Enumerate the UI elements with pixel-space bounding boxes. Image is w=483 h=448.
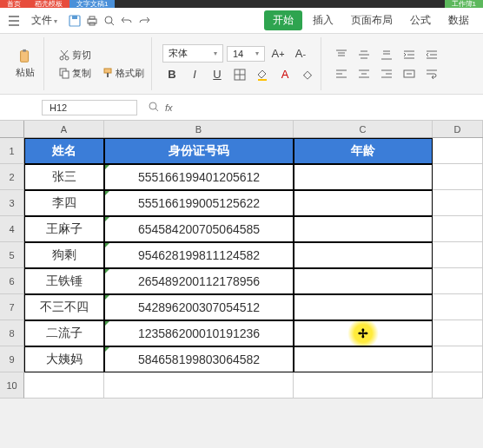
header-id[interactable]: 身份证号码 [104,138,294,164]
row-header[interactable]: 8 [0,320,24,346]
paste-button[interactable]: 粘贴 [10,45,40,82]
cell-age[interactable] [294,294,433,320]
align-left-icon[interactable] [332,65,351,82]
row-header[interactable]: 4 [0,216,24,242]
align-top-icon[interactable] [332,46,351,63]
cell-age[interactable] [294,164,433,190]
italic-button[interactable]: I [185,65,204,84]
cell-name[interactable]: 王麻子 [24,216,104,242]
name-box[interactable]: H12 [42,100,137,115]
row-header[interactable]: 9 [0,346,24,372]
col-header-c[interactable]: C [294,121,433,137]
align-right-icon[interactable] [377,65,396,82]
menu-file[interactable]: 文件▾ [24,10,64,31]
cell-empty[interactable] [433,320,483,346]
cell-empty[interactable] [433,138,483,164]
cell-empty[interactable] [433,268,483,294]
cell-name[interactable]: 二流子 [24,320,104,346]
row-header[interactable]: 6 [0,268,24,294]
row-header[interactable]: 1 [0,138,24,164]
underline-button[interactable]: U [208,65,227,84]
header-name[interactable]: 姓名 [24,138,104,164]
cell-id[interactable]: 542896200307054512 [104,294,294,320]
cell-name[interactable]: 李四 [24,190,104,216]
col-header-b[interactable]: B [104,121,294,137]
cell-empty[interactable] [294,372,433,399]
svg-point-5 [105,16,112,23]
print-icon[interactable] [85,14,99,28]
decrease-font-icon[interactable]: A- [291,44,310,63]
preview-icon[interactable] [103,14,116,28]
wrap-text-icon[interactable] [422,65,441,82]
cell-name[interactable]: 狗剩 [24,242,104,268]
indent-increase-icon[interactable] [400,46,419,63]
cell-id[interactable]: 123586200010191236 [104,320,294,346]
save-icon[interactable] [68,14,82,28]
align-center-icon[interactable] [354,65,374,82]
select-all-corner[interactable] [0,121,24,137]
cell-empty[interactable] [433,294,483,320]
cell-age[interactable] [294,242,433,268]
cell-age[interactable] [294,190,433,216]
cursor-highlight [347,320,379,346]
cell-id[interactable]: 265489200112178956 [104,268,294,294]
align-bottom-icon[interactable] [377,46,396,63]
menu-start[interactable]: 开始 [264,10,302,30]
redo-icon[interactable] [137,14,151,28]
fill-color-button[interactable] [253,65,272,84]
format-painter-button[interactable]: 格式刷 [98,65,148,82]
border-button[interactable] [230,65,249,84]
cell-empty[interactable] [433,216,483,242]
cell-id[interactable]: 584658199803064582 [104,346,294,372]
cell-name[interactable]: 王铁锤 [24,268,104,294]
tab-workbook[interactable]: 工作簿1 [445,0,483,8]
tab-doc1[interactable]: 文字文稿1 [69,0,115,8]
cell-empty[interactable] [433,242,483,268]
tab-home[interactable]: 首页 [0,0,28,8]
cell-name[interactable]: 大姨妈 [24,346,104,372]
cell-empty[interactable] [104,372,294,399]
col-header-a[interactable]: A [24,121,104,137]
cell-empty[interactable] [433,190,483,216]
cell-name[interactable]: 张三 [24,164,104,190]
cell-age[interactable] [294,346,433,372]
menu-formula[interactable]: 公式 [403,10,438,31]
cut-button[interactable]: 剪切 [55,47,148,63]
cell-id[interactable]: 654584200705064585 [104,216,294,242]
row-header[interactable]: 10 [0,372,24,399]
increase-font-icon[interactable]: A+ [268,44,288,63]
cell-empty[interactable] [433,372,483,399]
cell-empty[interactable] [24,372,104,399]
cell-id[interactable]: 954628199811124582 [104,242,294,268]
cell-age[interactable] [294,216,433,242]
tab-docer[interactable]: 稻壳模板 [28,0,69,8]
cell-age[interactable]: ✢ [294,320,433,346]
row-header[interactable]: 7 [0,294,24,320]
menu-insert[interactable]: 插入 [306,10,341,31]
row-header[interactable]: 5 [0,242,24,268]
font-size-select[interactable]: 14▾ [227,46,265,62]
align-middle-icon[interactable] [354,46,374,63]
merge-cells-icon[interactable] [400,65,419,82]
cell-id[interactable]: 555166199005125622 [104,190,294,216]
cell-empty[interactable] [433,164,483,190]
row-header[interactable]: 2 [0,164,24,190]
bold-button[interactable]: B [162,65,182,84]
header-age[interactable]: 年龄 [294,138,433,164]
col-header-d[interactable]: D [433,121,483,137]
cell-id[interactable]: 555166199401205612 [104,164,294,190]
zoom-icon[interactable] [148,101,160,115]
cell-age[interactable] [294,268,433,294]
menu-page-layout[interactable]: 页面布局 [344,10,400,31]
cell-empty[interactable] [433,346,483,372]
undo-icon[interactable] [120,14,134,28]
font-color-button[interactable]: A [275,65,294,84]
copy-button[interactable]: 复制 [55,65,95,82]
clear-format-button[interactable]: ◇ [298,65,317,84]
menu-hamburger-icon[interactable] [7,14,21,28]
row-header[interactable]: 3 [0,190,24,216]
menu-data[interactable]: 数据 [441,10,476,31]
indent-decrease-icon[interactable] [422,46,441,63]
font-family-select[interactable]: 宋体▾ [162,44,223,63]
cell-name[interactable]: 不三不四 [24,294,104,320]
